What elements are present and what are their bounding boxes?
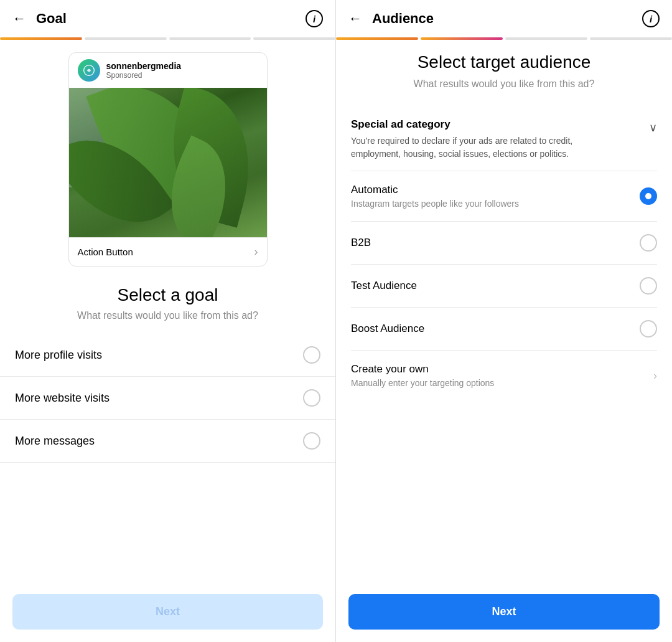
audience-option-boost[interactable]: Boost Audience [351,308,657,351]
audience-option-test[interactable]: Test Audience [351,265,657,308]
special-category-title: Special ad category [351,118,612,131]
goal-option-messages[interactable]: More messages [0,420,335,463]
goal-option-label-website: More website visits [15,392,110,405]
right-content: Select target audience What results woul… [336,40,672,584]
audience-option-b2b[interactable]: B2B [351,222,657,265]
goal-option-label-profile: More profile visits [15,349,102,362]
ad-image [69,88,267,237]
right-panel-title: Audience [372,11,642,27]
audience-option-boost-label: Boost Audience [351,323,424,335]
create-your-own-option[interactable]: Create your own Manually enter your targ… [351,351,657,400]
audience-option-test-content: Test Audience [351,280,417,292]
audience-radio-boost[interactable] [640,320,657,338]
ad-preview-card: sonnenbergmedia Sponsored Action Button … [68,52,268,267]
ad-action-row[interactable]: Action Button › [69,237,267,266]
right-info-icon[interactable]: i [642,10,660,27]
left-panel-title: Goal [36,11,306,27]
create-own-subtitle: Manually enter your targeting options [351,378,494,388]
audience-option-automatic-content: Automatic Instagram targets people like … [351,184,519,209]
audience-radio-automatic[interactable] [640,187,657,205]
ad-account-info: sonnenbergmedia Sponsored [106,61,182,80]
select-audience-subtitle: What results would you like from this ad… [351,78,657,90]
left-panel: ← Goal i sonnenbergmedia Sponso [0,0,336,642]
left-next-button[interactable]: Next [12,594,323,630]
ad-action-label: Action Button [78,247,133,257]
special-category-chevron-icon: ∨ [649,121,657,135]
right-next-button[interactable]: Next [348,594,660,630]
goal-option-website-visits[interactable]: More website visits [0,377,335,420]
avatar [78,59,100,82]
audience-option-automatic-label: Automatic [351,184,519,196]
goal-option-radio-messages[interactable] [303,432,320,450]
audience-radio-b2b[interactable] [640,234,657,252]
select-goal-title: Select a goal [0,285,335,305]
audience-option-automatic-sublabel: Instagram targets people like your follo… [351,199,519,209]
create-own-content: Create your own Manually enter your targ… [351,363,494,388]
audience-radio-test[interactable] [640,277,657,295]
audience-option-automatic[interactable]: Automatic Instagram targets people like … [351,171,657,222]
ad-action-chevron-icon: › [254,245,258,258]
special-category-content: Special ad category You're required to d… [351,118,612,161]
audience-option-test-label: Test Audience [351,280,417,292]
ad-preview-header: sonnenbergmedia Sponsored [69,53,267,88]
left-body: sonnenbergmedia Sponsored Action Button … [0,40,335,642]
ad-sponsored-label: Sponsored [106,71,182,80]
right-header: ← Audience i [336,0,672,37]
create-own-title: Create your own [351,363,494,375]
goal-option-radio-profile[interactable] [303,346,320,364]
right-back-button[interactable]: ← [348,11,362,27]
special-category-description: You're required to declare if your ads a… [351,135,612,161]
create-own-chevron-icon: › [653,369,657,382]
special-ad-category[interactable]: Special ad category You're required to d… [351,108,657,171]
audience-option-b2b-content: B2B [351,237,371,249]
goal-option-radio-website[interactable] [303,389,320,407]
audience-option-b2b-label: B2B [351,237,371,249]
left-header: ← Goal i [0,0,335,37]
right-panel: ← Audience i Select target audience What… [336,0,672,642]
select-goal-subtitle: What results would you like from this ad… [0,310,335,321]
audience-option-boost-content: Boost Audience [351,323,424,335]
left-info-icon[interactable]: i [306,10,323,27]
goal-option-profile-visits[interactable]: More profile visits [0,334,335,377]
ad-account-name: sonnenbergmedia [106,61,182,71]
select-audience-title: Select target audience [351,52,657,72]
goal-option-label-messages: More messages [15,435,95,448]
left-back-button[interactable]: ← [12,11,26,27]
